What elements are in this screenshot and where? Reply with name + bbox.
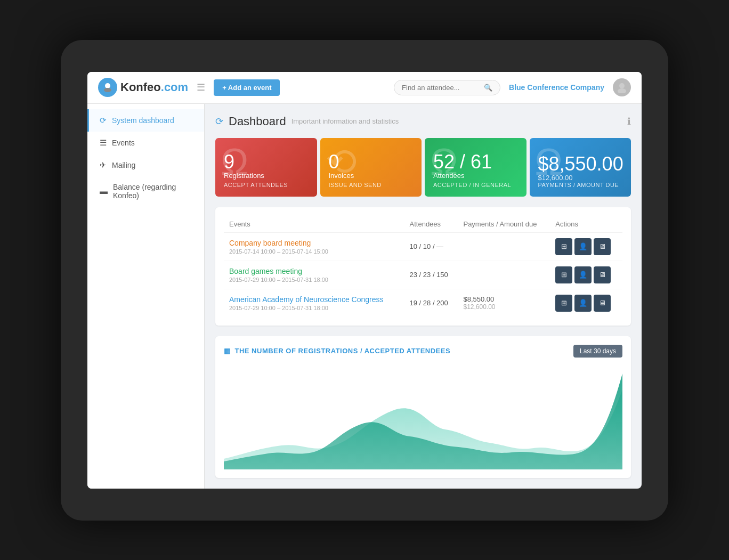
- mail-icon: ✈: [100, 160, 107, 170]
- payments-cell: $8,550.00 $12,600.00: [458, 289, 550, 317]
- card-bg-icon: Ω: [430, 143, 458, 181]
- attendees-cell: 23 / 23 / 150: [404, 261, 458, 289]
- grid-button[interactable]: ⊞: [555, 238, 572, 255]
- action-buttons: ⊞ 👤 🖥: [555, 266, 617, 283]
- card-bg-icon: Ω: [221, 143, 248, 181]
- chart-svg: [224, 363, 622, 469]
- stat-sublabel: ACCEPTED / IN GENERAL: [433, 182, 518, 188]
- svg-point-3: [618, 88, 626, 93]
- stat-sublabel: PAYMENTS / AMOUNT DUE: [538, 182, 623, 188]
- user-button[interactable]: 👤: [574, 238, 592, 255]
- grid-button[interactable]: ⊞: [555, 266, 572, 283]
- stat-sublabel: ISSUE AND SEND: [329, 182, 414, 188]
- sidebar-item-label: Events: [112, 139, 135, 147]
- actions-cell: ⊞ 👤 🖥: [550, 289, 622, 317]
- event-date: 2015-07-29 10:00 – 2015-07-31 18:00: [229, 305, 399, 311]
- event-cell: Company board meeting 2015-07-14 10:00 –…: [224, 232, 404, 261]
- balance-icon: ▬: [100, 186, 108, 196]
- stat-card-registrations: Ω 9 Registrations ACCEPT ATTENDEES: [215, 138, 317, 197]
- svg-point-1: [104, 88, 111, 92]
- page-title: Dashboard: [229, 115, 286, 128]
- page-title-group: ⟳ Dashboard Important information and st…: [215, 115, 399, 128]
- chart-title: ▦ THE NUMBER OF REGISTRATIONS / ACCEPTED…: [224, 347, 450, 355]
- sidebar-item-balance[interactable]: ▬ Balance (regarding Konfeo): [87, 176, 204, 206]
- hamburger-menu[interactable]: ☰: [197, 82, 205, 93]
- stat-card-attendees: Ω 52 / 61 Attendees ACCEPTED / IN GENERA…: [425, 138, 526, 197]
- payment-amount: $8,550.00: [463, 295, 545, 303]
- action-buttons: ⊞ 👤 🖥: [555, 295, 617, 312]
- search-input[interactable]: [402, 84, 481, 92]
- card-bg-icon: ⟲: [326, 143, 357, 181]
- logo-icon: [98, 78, 117, 97]
- layout: ⟳ System dashboard ☰ Events ✈ Mailing ▬ …: [87, 104, 642, 489]
- stat-card-invoices: ⟲ 0 Invoices ISSUE AND SEND: [320, 138, 422, 197]
- sidebar-item-mailing[interactable]: ✈ Mailing: [87, 154, 204, 176]
- payment-secondary: $12,600.00: [463, 303, 545, 311]
- col-payments: Payments / Amount due: [458, 216, 550, 233]
- action-buttons: ⊞ 👤 🖥: [555, 238, 617, 255]
- payments-cell: [458, 261, 550, 289]
- sidebar-item-events[interactable]: ☰ Events: [87, 132, 204, 154]
- screen-button[interactable]: 🖥: [594, 266, 611, 283]
- svg-point-0: [105, 83, 110, 88]
- page-header: ⟳ Dashboard Important information and st…: [215, 115, 631, 128]
- screen-button[interactable]: 🖥: [594, 295, 611, 312]
- user-button[interactable]: 👤: [574, 295, 592, 312]
- event-name[interactable]: Board games meeting: [229, 267, 399, 275]
- event-cell: American Academy of Neuroscience Congres…: [224, 289, 404, 317]
- svg-point-2: [619, 83, 625, 88]
- chart-section: ▦ THE NUMBER OF REGISTRATIONS / ACCEPTED…: [215, 336, 631, 478]
- header-right: 🔍 Blue Conference Company: [394, 78, 631, 96]
- screen-button[interactable]: 🖥: [594, 238, 611, 255]
- stat-sublabel: ACCEPT ATTENDEES: [224, 182, 309, 188]
- chart-period-button[interactable]: Last 30 days: [573, 345, 622, 358]
- chart-area: [224, 363, 622, 469]
- actions-cell: ⊞ 👤 🖥: [550, 261, 622, 289]
- table-row: American Academy of Neuroscience Congres…: [224, 289, 622, 317]
- chart-header: ▦ THE NUMBER OF REGISTRATIONS / ACCEPTED…: [224, 345, 622, 358]
- event-date: 2015-07-29 10:00 – 2015-07-31 18:00: [229, 277, 399, 283]
- event-name[interactable]: American Academy of Neuroscience Congres…: [229, 295, 399, 304]
- logo: Konfeo.com: [98, 78, 188, 97]
- sidebar-item-label: System dashboard: [112, 116, 174, 125]
- avatar[interactable]: [613, 78, 631, 96]
- event-date: 2015-07-14 10:00 – 2015-07-14 15:00: [229, 248, 399, 255]
- table-row: Board games meeting 2015-07-29 10:00 – 2…: [224, 261, 622, 289]
- sidebar: ⟳ System dashboard ☰ Events ✈ Mailing ▬ …: [87, 104, 205, 489]
- user-button[interactable]: 👤: [574, 266, 592, 283]
- grid-button[interactable]: ⊞: [555, 295, 572, 312]
- info-icon[interactable]: ℹ: [627, 116, 631, 127]
- table-row: Company board meeting 2015-07-14 10:00 –…: [224, 232, 622, 261]
- stat-cards: Ω 9 Registrations ACCEPT ATTENDEES ⟲ 0 I…: [215, 138, 631, 197]
- main-content: ⟳ Dashboard Important information and st…: [205, 104, 642, 489]
- add-event-button[interactable]: + Add an event: [214, 79, 280, 96]
- event-cell: Board games meeting 2015-07-29 10:00 – 2…: [224, 261, 404, 289]
- search-bar[interactable]: 🔍: [394, 80, 500, 95]
- events-section: Events Attendees Payments / Amount due A…: [215, 207, 631, 326]
- event-name[interactable]: Company board meeting: [229, 239, 399, 247]
- chart-icon: ▦: [224, 347, 231, 355]
- sidebar-item-label: Mailing: [112, 161, 135, 169]
- refresh-icon: ⟳: [100, 116, 107, 125]
- logo-text: Konfeo.com: [120, 80, 188, 94]
- list-icon: ☰: [100, 138, 107, 148]
- sidebar-item-system-dashboard[interactable]: ⟳ System dashboard: [87, 109, 204, 132]
- stat-card-payments: Ω $8,550.00 $12,600.00 PAYMENTS / AMOUNT…: [530, 138, 631, 197]
- col-events: Events: [224, 216, 404, 233]
- search-icon: 🔍: [484, 84, 492, 92]
- dashboard-icon: ⟳: [215, 116, 223, 127]
- events-table: Events Attendees Payments / Amount due A…: [224, 216, 622, 317]
- actions-cell: ⊞ 👤 🖥: [550, 232, 622, 261]
- company-name: Blue Conference Company: [509, 83, 604, 92]
- tablet-frame: Konfeo.com ☰ + Add an event 🔍 Blue Confe…: [61, 40, 668, 521]
- col-actions: Actions: [550, 216, 622, 233]
- page-subtitle: Important information and statistics: [291, 117, 399, 125]
- stat-secondary: $12,600.00: [538, 174, 623, 182]
- header: Konfeo.com ☰ + Add an event 🔍 Blue Confe…: [87, 72, 642, 104]
- screen: Konfeo.com ☰ + Add an event 🔍 Blue Confe…: [87, 72, 642, 489]
- sidebar-item-label: Balance (regarding Konfeo): [113, 183, 193, 200]
- attendees-cell: 19 / 28 / 200: [404, 289, 458, 317]
- chart-title-text: THE NUMBER OF REGISTRATIONS / ACCEPTED A…: [235, 347, 451, 355]
- attendees-cell: 10 / 10 / —: [404, 232, 458, 261]
- payments-cell: [458, 232, 550, 261]
